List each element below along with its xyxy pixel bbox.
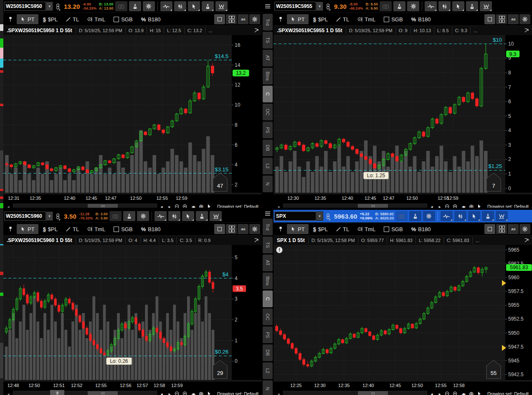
chart-scrollbar[interactable] bbox=[283, 391, 427, 395]
tool-sgb-button[interactable]: SGB bbox=[110, 14, 136, 24]
chart-area[interactable]: 109876543210$10$1.2579.3 Lo: 1.25 bbox=[274, 35, 532, 194]
collapse-button[interactable] bbox=[214, 14, 225, 24]
symbol-dropdown-button[interactable]: ▾ bbox=[46, 212, 53, 221]
tool-tl-button[interactable]: TL bbox=[332, 224, 353, 234]
sidebar-tab-oc[interactable]: OC bbox=[263, 104, 273, 120]
analysis-beaker-icon[interactable] bbox=[202, 1, 214, 11]
time-axis[interactable]: 12:3012:3512:4012:4512:4712:5012:5512:59 bbox=[274, 194, 532, 203]
layout-grid-button[interactable] bbox=[226, 14, 237, 24]
auto-scale-icon[interactable] bbox=[254, 28, 259, 34]
sidebar-tab-btns[interactable]: Btns bbox=[263, 68, 273, 84]
tool-pt-button[interactable]: PT bbox=[17, 224, 38, 234]
beaker-icon[interactable] bbox=[409, 211, 421, 221]
pointer-mode-icon[interactable] bbox=[476, 203, 483, 208]
layout-grid-button[interactable] bbox=[496, 224, 507, 234]
tool-spl-button[interactable]: $ $PL bbox=[39, 14, 61, 24]
tool-sgb-button[interactable]: SGB bbox=[380, 14, 406, 24]
cursor-icon[interactable] bbox=[182, 211, 194, 221]
analysis-beaker-icon[interactable] bbox=[482, 211, 494, 221]
tool-pt-button[interactable]: PT bbox=[287, 14, 309, 24]
chart-scrollbar[interactable] bbox=[13, 391, 157, 395]
layout-grid-button[interactable] bbox=[496, 14, 507, 24]
studies-pulse-icon[interactable] bbox=[425, 1, 437, 11]
step-left-icon[interactable]: ◂ bbox=[158, 390, 165, 395]
pin-icon[interactable] bbox=[275, 224, 286, 234]
show-all-button[interactable]: All bbox=[238, 224, 248, 234]
toolbar-settings-button[interactable] bbox=[519, 224, 530, 234]
tool-b180-button[interactable]: % B180 bbox=[408, 224, 435, 234]
scrollbar-handle[interactable] bbox=[88, 204, 118, 208]
cursor-icon[interactable] bbox=[452, 1, 464, 11]
tool-tl-button[interactable]: TL bbox=[332, 14, 353, 24]
chart-area[interactable]: 59655962.559605957.559555952.559505947.5… bbox=[274, 245, 532, 382]
studies-pulse-icon[interactable] bbox=[441, 211, 453, 221]
scroll-left-icon[interactable]: ◂ bbox=[5, 203, 12, 208]
tool-tml-button[interactable]: TmL bbox=[84, 14, 109, 24]
tool-pt-button[interactable]: PT bbox=[287, 224, 309, 234]
scroll-left-icon[interactable]: ◂ bbox=[275, 203, 282, 208]
sidebar-tab-ps[interactable]: PS bbox=[263, 326, 273, 343]
tool-sgb-button[interactable]: SGB bbox=[380, 224, 406, 234]
crosshair-icon[interactable]: ⊕ bbox=[198, 390, 205, 395]
sidebar-tab-at[interactable]: AT bbox=[263, 255, 273, 271]
sidebar-tab-n[interactable]: N bbox=[263, 176, 273, 192]
tool-b180-button[interactable]: % B180 bbox=[408, 14, 435, 24]
analysis-beaker-icon[interactable] bbox=[466, 1, 478, 11]
pointer-mode-icon[interactable] bbox=[206, 390, 213, 395]
pointer-mode-icon[interactable] bbox=[206, 203, 213, 208]
drawing-set-selector[interactable]: Drawing set: Default bbox=[217, 391, 258, 395]
camera-icon[interactable] bbox=[380, 1, 392, 11]
expand-horizontal-icon[interactable]: ◂▸ bbox=[190, 203, 197, 208]
chart-scrollbar[interactable] bbox=[283, 204, 427, 208]
sidebar-tab-c[interactable]: C bbox=[263, 86, 273, 102]
toolbar-settings-button[interactable] bbox=[249, 224, 260, 234]
link-icon[interactable] bbox=[325, 2, 331, 11]
time-axis[interactable]: 12:2512:3012:3512:4012:4512:5012:5512:58 bbox=[274, 382, 532, 390]
sidebar-tab-ts[interactable]: TS bbox=[263, 32, 273, 48]
scroll-left-icon[interactable]: ◂ bbox=[275, 390, 282, 395]
sidebar-tab-c[interactable]: C bbox=[263, 291, 273, 307]
layout-grid-button[interactable] bbox=[226, 224, 237, 234]
step-left-icon[interactable]: ◂ bbox=[158, 203, 165, 208]
auto-scale-icon[interactable] bbox=[524, 28, 529, 34]
chart-style-candles-icon[interactable] bbox=[174, 1, 186, 11]
tool-sgb-button[interactable]: SGB bbox=[110, 224, 136, 234]
gear-icon[interactable] bbox=[143, 1, 155, 11]
tool-tml-button[interactable]: TmL bbox=[354, 224, 379, 234]
expand-horizontal-icon[interactable]: ◂▸ bbox=[460, 203, 467, 208]
camera-icon[interactable] bbox=[115, 1, 127, 11]
gear-icon[interactable] bbox=[407, 1, 419, 11]
gear-icon[interactable] bbox=[137, 211, 149, 221]
zoom-out-icon[interactable] bbox=[174, 203, 181, 208]
toolbar-settings-button[interactable] bbox=[249, 14, 260, 24]
tool-tl-button[interactable]: TL bbox=[62, 14, 83, 24]
symbol-input[interactable] bbox=[4, 2, 46, 11]
tool-spl-button[interactable]: $ $PL bbox=[39, 224, 61, 234]
sidebar-tab-n[interactable]: N bbox=[263, 380, 273, 395]
pin-icon[interactable] bbox=[275, 14, 286, 24]
cursor-icon[interactable] bbox=[468, 211, 480, 221]
scroll-left-icon[interactable]: ◂ bbox=[5, 390, 12, 395]
zoom-out-icon[interactable] bbox=[174, 390, 181, 395]
sidebar-tab-btns[interactable]: Btns bbox=[263, 273, 273, 289]
chart-style-candles-icon[interactable] bbox=[168, 211, 180, 221]
pin-icon[interactable] bbox=[5, 14, 16, 24]
zoom-out-icon[interactable] bbox=[444, 203, 451, 208]
sidebar-tab-l2[interactable]: L2 bbox=[263, 158, 273, 174]
time-axis[interactable]: 12:4812:5012:5112:5212:5512:5612:5712:58… bbox=[3, 382, 262, 390]
auto-scale-icon[interactable] bbox=[254, 237, 259, 244]
tool-pt-button[interactable]: PT bbox=[17, 14, 38, 24]
sidebar-tab-ps[interactable]: PS bbox=[263, 122, 273, 138]
step-right-icon[interactable]: ▸ bbox=[436, 203, 443, 208]
tool-tml-button[interactable]: TmL bbox=[84, 224, 109, 234]
tool-tml-button[interactable]: TmL bbox=[354, 14, 379, 24]
chart-style-candles-icon[interactable] bbox=[438, 1, 451, 11]
sidebar-tab-trd[interactable]: Trd bbox=[263, 14, 273, 31]
step-left-icon[interactable]: ◂ bbox=[428, 203, 435, 208]
zoom-in-icon[interactable] bbox=[182, 203, 189, 208]
symbol-input[interactable] bbox=[4, 212, 46, 221]
link-icon[interactable] bbox=[325, 212, 331, 221]
scrollbar-handle[interactable] bbox=[358, 204, 388, 208]
scrollbar-handle[interactable] bbox=[88, 391, 118, 395]
sidebar-menu-icon[interactable] bbox=[263, 1, 273, 11]
